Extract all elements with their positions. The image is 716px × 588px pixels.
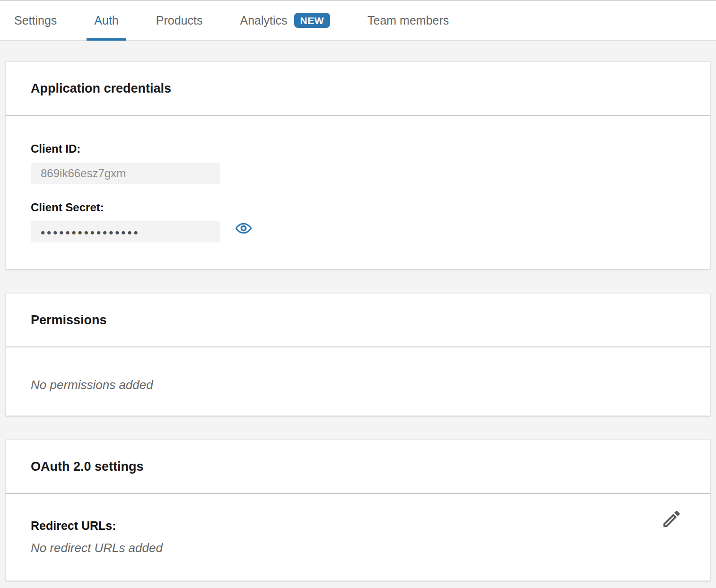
permissions-title: Permissions [6,294,710,347]
oauth-settings-body: Redirect URLs: No redirect URLs added [6,494,710,580]
application-credentials-title: Application credentials [6,62,710,116]
pencil-icon [661,508,682,530]
tab-products[interactable]: Products [148,1,210,40]
tab-products-label: Products [156,14,203,27]
application-credentials-card: Application credentials Client ID: 869ik… [6,61,710,269]
tab-auth[interactable]: Auth [87,1,126,40]
tab-analytics[interactable]: Analytics NEW [232,1,338,40]
application-credentials-body: Client ID: 869ik66esz7gxm Client Secret:… [6,116,710,269]
edit-redirect-urls-button[interactable] [661,508,682,530]
redirect-urls-label: Redirect URLs: [31,519,685,533]
tab-settings[interactable]: Settings [7,1,64,40]
permissions-card: Permissions No permissions added [6,293,710,416]
oauth-settings-card: OAuth 2.0 settings Redirect URLs: No red… [6,440,710,581]
show-secret-button[interactable] [235,220,252,237]
new-badge: NEW [294,13,331,28]
client-secret-field[interactable]: •••••••••••••••• [31,221,220,242]
tab-auth-label: Auth [94,14,118,27]
permissions-empty-text: No permissions added [31,378,685,392]
client-secret-row: •••••••••••••••• [31,214,685,242]
redirect-urls-empty-text: No redirect URLs added [31,541,685,555]
client-id-value: 869ik66esz7gxm [41,167,126,180]
client-secret-label: Client Secret: [31,201,685,214]
permissions-body: No permissions added [6,347,710,415]
tab-team-members-label: Team members [367,14,449,27]
page-content: Application credentials Client ID: 869ik… [0,41,716,581]
client-id-label: Client ID: [31,142,685,156]
eye-icon [235,220,252,237]
client-secret-masked-value: •••••••••••••••• [41,225,140,239]
tab-analytics-label: Analytics [240,14,287,27]
client-id-field[interactable]: 869ik66esz7gxm [31,163,220,184]
oauth-settings-title: OAuth 2.0 settings [6,440,710,494]
tab-team-members[interactable]: Team members [360,1,456,40]
tab-bar: Settings Auth Products Analytics NEW Tea… [0,0,716,41]
tab-settings-label: Settings [14,14,57,27]
